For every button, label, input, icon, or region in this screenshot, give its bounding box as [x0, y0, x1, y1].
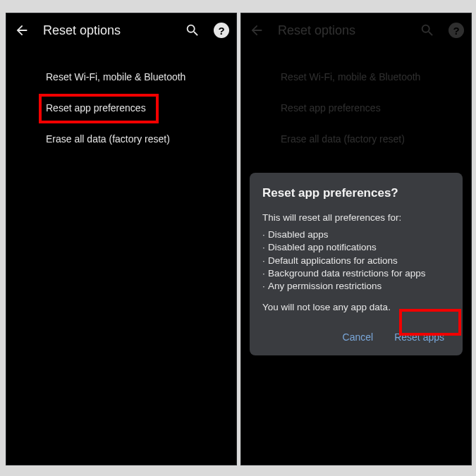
option-label: Reset app preferences: [46, 102, 146, 114]
back-arrow-icon[interactable]: [248, 22, 265, 39]
option-erase-all-data[interactable]: Erase all data (factory reset): [6, 123, 236, 154]
search-icon[interactable]: [184, 22, 201, 39]
option-erase-all-data[interactable]: Erase all data (factory reset): [241, 123, 471, 154]
screen-left: Reset options ? Reset Wi-Fi, mobile & Bl…: [6, 13, 236, 154]
phone-right: Reset options ? Reset Wi-Fi, mobile & Bl…: [240, 13, 472, 465]
back-arrow-icon[interactable]: [13, 22, 30, 39]
help-icon[interactable]: ?: [214, 23, 229, 38]
bullet-text: Background data restrictions for apps: [268, 268, 426, 279]
option-reset-wifi[interactable]: Reset Wi-Fi, mobile & Bluetooth: [6, 61, 236, 92]
dialog-title: Reset app preferences?: [262, 185, 450, 202]
reset-prefs-dialog: Reset app preferences? This will reset a…: [250, 173, 463, 355]
cancel-button[interactable]: Cancel: [340, 327, 377, 348]
dialog-bullet: Disabled apps: [262, 228, 450, 241]
page-title: Reset options: [278, 23, 406, 38]
reset-apps-button[interactable]: Reset apps: [391, 327, 447, 348]
options-list: Reset Wi-Fi, mobile & Bluetooth Reset ap…: [6, 47, 236, 154]
appbar: Reset options ?: [241, 13, 471, 47]
search-icon[interactable]: [419, 22, 436, 39]
phone-left: Reset options ? Reset Wi-Fi, mobile & Bl…: [6, 13, 237, 465]
dialog-actions: Cancel Reset apps: [262, 327, 450, 348]
option-label: Erase all data (factory reset): [46, 133, 170, 145]
page-title: Reset options: [43, 23, 171, 38]
bullet-text: Disabled app notifications: [268, 242, 377, 252]
dialog-bullet: Any permission restrictions: [262, 280, 450, 293]
dialog-bullet: Disabled app notifications: [262, 241, 450, 254]
appbar: Reset options ?: [6, 13, 236, 47]
help-icon[interactable]: ?: [448, 23, 464, 38]
dialog-intro: This will reset all preferences for:: [262, 212, 450, 224]
dialog-note: You will not lose any app data.: [262, 301, 450, 314]
bullet-text: Default applications for actions: [268, 255, 398, 266]
option-label: Reset app preferences: [281, 102, 381, 114]
option-reset-wifi[interactable]: Reset Wi-Fi, mobile & Bluetooth: [241, 61, 471, 92]
option-label: Erase all data (factory reset): [281, 133, 405, 145]
tutorial-composite: Reset options ? Reset Wi-Fi, mobile & Bl…: [0, 0, 476, 476]
dialog-bullets: Disabled apps Disabled app notifications…: [262, 228, 450, 293]
option-reset-app-prefs[interactable]: Reset app preferences: [241, 92, 471, 123]
bullet-text: Any permission restrictions: [268, 281, 382, 291]
option-label: Reset Wi-Fi, mobile & Bluetooth: [46, 71, 185, 83]
dialog-bullet: Background data restrictions for apps: [262, 267, 450, 280]
option-label: Reset Wi-Fi, mobile & Bluetooth: [281, 71, 420, 83]
option-reset-app-prefs[interactable]: Reset app preferences: [6, 92, 236, 123]
bullet-text: Disabled apps: [268, 229, 329, 240]
screen-right: Reset options ? Reset Wi-Fi, mobile & Bl…: [241, 13, 471, 154]
dialog-bullet: Default applications for actions: [262, 255, 450, 267]
options-list: Reset Wi-Fi, mobile & Bluetooth Reset ap…: [241, 47, 471, 154]
